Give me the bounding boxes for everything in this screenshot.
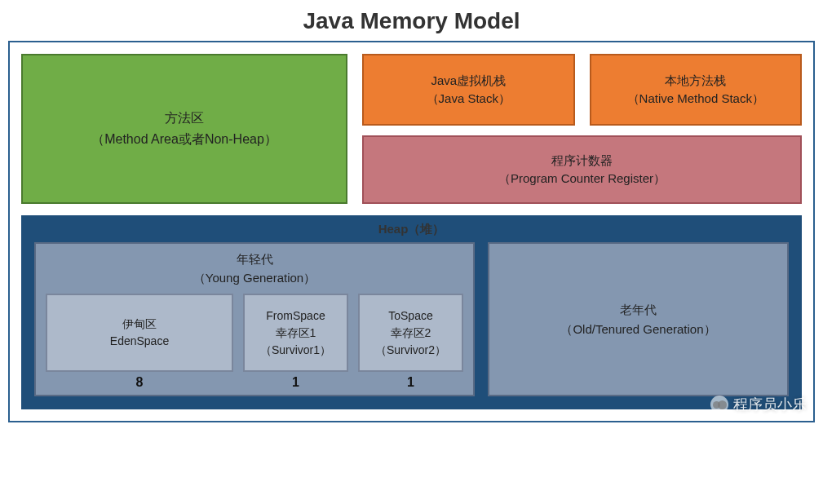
to-space-box: ToSpace 幸存区2 （Survivor2） [358,294,463,372]
method-area-box: 方法区 （Method Area或者Non-Heap） [21,54,347,204]
right-column: Java虚拟机栈 （Java Stack） 本地方法栈 （Native Meth… [362,54,802,204]
old-gen-label-cn: 老年代 [620,300,657,320]
eden-label-en: EdenSpace [110,333,169,350]
from-label-3: （Survivor1） [260,342,331,359]
from-label-1: FromSpace [266,307,325,325]
from-ratio: 1 [243,375,348,390]
heap-label: Heap（堆） [34,222,789,242]
old-generation-box: 老年代 （Old/Tenured Generation） [488,242,789,396]
to-label-1: ToSpace [388,307,432,325]
method-area-label-en: （Method Area或者Non-Heap） [91,129,277,150]
java-stack-label-cn: Java虚拟机栈 [431,72,506,91]
young-gen-label: 年轻代 （Young Generation） [46,250,463,287]
eden-label-cn: 伊甸区 [122,316,157,333]
stacks-row: Java虚拟机栈 （Java Stack） 本地方法栈 （Native Meth… [362,54,802,126]
heap-box: Heap（堆） 年轻代 （Young Generation） 伊甸区 EdenS… [21,215,802,409]
watermark: 程序员小乐 [710,395,807,414]
from-label-2: 幸存区1 [276,325,316,342]
to-label-3: （Survivor2） [375,342,446,359]
young-gen-label-en: （Young Generation） [46,269,463,288]
young-generation-box: 年轻代 （Young Generation） 伊甸区 EdenSpace Fro… [34,242,475,396]
old-gen-label-en: （Old/Tenured Generation） [560,320,715,339]
spaces-row: 伊甸区 EdenSpace FromSpace 幸存区1 （Survivor1）… [46,294,463,372]
method-area-label-cn: 方法区 [165,108,204,129]
to-label-2: 幸存区2 [391,325,431,342]
pc-register-label-en: （Program Counter Register） [498,170,666,188]
from-space-box: FromSpace 幸存区1 （Survivor1） [243,294,348,372]
eden-ratio: 8 [46,375,233,390]
java-stack-label-en: （Java Stack） [427,90,511,108]
eden-space-box: 伊甸区 EdenSpace [46,294,233,372]
native-stack-label-cn: 本地方法栈 [665,72,726,91]
java-stack-box: Java虚拟机栈 （Java Stack） [362,54,575,126]
pc-register-box: 程序计数器 （Program Counter Register） [362,135,802,204]
young-gen-label-cn: 年轻代 [46,250,463,269]
native-stack-label-en: （Native Method Stack） [627,90,764,108]
wechat-icon [710,396,728,413]
top-row: 方法区 （Method Area或者Non-Heap） Java虚拟机栈 （Ja… [21,54,802,204]
ratio-row: 8 1 1 [46,375,463,390]
pc-register-label-cn: 程序计数器 [551,152,613,170]
to-ratio: 1 [358,375,463,390]
diagram-title: Java Memory Model [8,8,815,34]
jvm-memory-container: 方法区 （Method Area或者Non-Heap） Java虚拟机栈 （Ja… [8,41,815,422]
watermark-text: 程序员小乐 [733,395,807,414]
heap-body: 年轻代 （Young Generation） 伊甸区 EdenSpace Fro… [34,242,789,396]
native-stack-box: 本地方法栈 （Native Method Stack） [590,54,803,126]
